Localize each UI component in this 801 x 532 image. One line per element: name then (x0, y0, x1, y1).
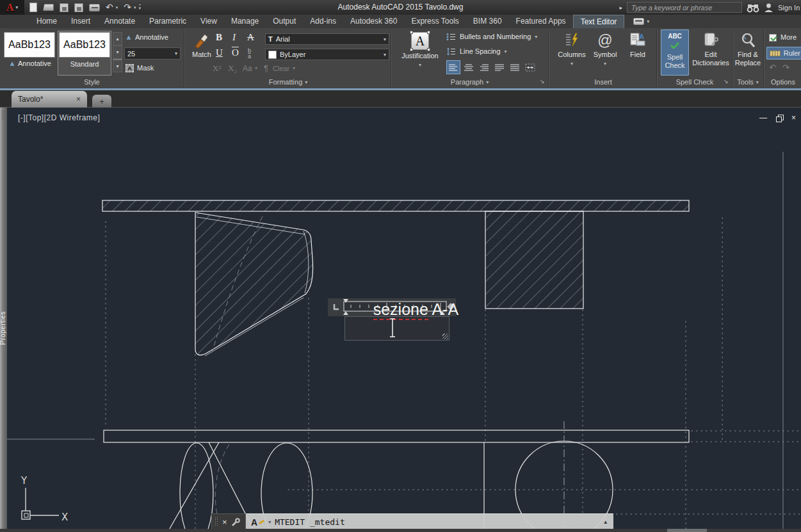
stack-button[interactable]: b a (248, 48, 251, 59)
tab-add-ins[interactable]: Add-ins (303, 15, 343, 28)
text-style-annotative-tile[interactable]: AaBb123 Annotative (4, 32, 56, 74)
close-icon[interactable]: × (791, 114, 796, 122)
mask-button[interactable]: A Mask (125, 64, 154, 72)
panel-label-paragraph[interactable]: Paragraph▾ (392, 77, 547, 87)
ribbon-display-toggle[interactable]: ▾ (633, 15, 649, 28)
combine-paragraphs-icon[interactable]: ¶ (264, 63, 268, 73)
tab-featured-apps[interactable]: Featured Apps (509, 15, 573, 28)
text-height-combo[interactable]: 25 ▾ (124, 47, 181, 60)
tab-manage[interactable]: Manage (224, 15, 266, 28)
align-distribute-button[interactable] (508, 60, 522, 74)
command-line-window[interactable]: × A ▾ MTEDIT _mtedit ▴ (211, 513, 613, 530)
text-style-standard-tile[interactable]: AaBb123 Standard (58, 31, 111, 76)
spell-check-button[interactable]: ABC Spell Check (661, 29, 689, 76)
editor-resize-handle[interactable] (442, 334, 448, 339)
open-file-icon[interactable] (43, 4, 54, 11)
tab-view[interactable]: View (193, 15, 224, 28)
subscript-button[interactable]: X₂ (228, 63, 237, 74)
change-case-button[interactable]: Aa (243, 64, 252, 73)
annotative-toggle-button[interactable]: Annotative (125, 33, 168, 42)
drag-grip[interactable] (214, 517, 219, 527)
overline-button[interactable]: O (232, 47, 239, 58)
find-replace-button[interactable]: A Find & Replace (734, 29, 762, 67)
align-justify-button[interactable] (492, 60, 506, 74)
tab-stop-icon[interactable] (334, 304, 339, 309)
tab-bim-360[interactable]: BIM 360 (466, 15, 509, 28)
ruler-button[interactable]: Ruler (766, 47, 801, 60)
search-input[interactable] (627, 2, 742, 13)
redo-icon[interactable]: ↷ (782, 63, 789, 72)
italic-button[interactable]: I (232, 32, 236, 43)
command-input[interactable]: A ▾ MTEDIT _mtedit ▴ (246, 513, 613, 530)
tab-annotate[interactable]: Annotate (97, 15, 142, 28)
clear-formatting-button[interactable]: Clear (273, 65, 289, 72)
symbol-button[interactable]: @ Symbol ▾ (590, 29, 620, 67)
paragraph-width-button[interactable] (523, 60, 537, 74)
panel-label-formatting[interactable]: Formatting▾ (186, 77, 391, 87)
redo-icon[interactable]: ↷ (124, 1, 131, 13)
edit-dictionaries-button[interactable]: Edit Dictionaries (692, 29, 730, 67)
align-center-button[interactable] (462, 60, 476, 74)
save-as-icon[interactable] (74, 3, 83, 12)
font-combo[interactable]: T Arial ▾ (265, 33, 389, 45)
bold-button[interactable]: B (216, 32, 222, 43)
panel-label-tools[interactable]: Tools▾ (734, 77, 762, 87)
align-right-button[interactable] (477, 60, 491, 74)
more-button[interactable]: More (769, 33, 797, 42)
new-file-icon[interactable] (29, 3, 37, 12)
redo-dropdown-icon[interactable]: ▾ (134, 5, 136, 10)
chevron-down-icon[interactable]: ▾ (268, 519, 271, 525)
tab-autodesk-360[interactable]: Autodesk 360 (343, 15, 404, 28)
application-menu-button[interactable]: A ▾ (0, 0, 24, 15)
undo-dropdown-icon[interactable]: ▾ (116, 5, 118, 10)
scroll-up-icon[interactable]: ▴ (113, 32, 122, 45)
undo-icon[interactable]: ↶ (106, 1, 113, 13)
paragraph-dialog-launcher-icon[interactable]: ↘ (540, 78, 545, 85)
gallery-expand-icon[interactable]: ▾ (113, 59, 122, 72)
columns-button[interactable]: Columns ▾ (557, 29, 587, 67)
plot-icon[interactable] (89, 4, 100, 12)
palette-grip[interactable] (1, 110, 6, 119)
chevron-down-icon[interactable]: ▾ (293, 65, 295, 71)
underline-button[interactable]: U (216, 47, 223, 58)
panel-label-insert[interactable]: Insert (551, 77, 656, 87)
search-binoculars-icon[interactable] (747, 3, 759, 13)
close-icon[interactable]: × (76, 95, 81, 104)
tab-express-tools[interactable]: Express Tools (404, 15, 465, 28)
panel-label-options[interactable]: Options (765, 77, 801, 87)
chevron-down-icon[interactable]: ▾ (255, 65, 257, 71)
sign-in-link[interactable]: Sign In (778, 4, 800, 12)
file-tab-tavolo[interactable]: Tavolo* × (12, 91, 87, 108)
save-icon[interactable] (60, 3, 69, 12)
panel-label-style[interactable]: Style (0, 77, 184, 87)
superscript-button[interactable]: X² (213, 63, 221, 74)
strikethrough-button[interactable]: A (247, 32, 254, 43)
tab-text-editor[interactable]: Text Editor (573, 15, 625, 28)
drawing-canvas[interactable]: Y X Properties [-][Top][2D Wireframe] — … (0, 108, 801, 532)
properties-palette-bar[interactable]: Properties (0, 108, 7, 532)
command-history-icon[interactable]: ▴ (604, 519, 607, 525)
justification-button[interactable]: A Justification ▾ (397, 29, 443, 68)
spell-check-dialog-launcher-icon[interactable]: ↘ (724, 78, 729, 85)
mtext-editor[interactable]: sezione A-A (344, 316, 449, 341)
align-left-button[interactable] (446, 60, 460, 74)
undo-icon[interactable]: ↶ (769, 63, 776, 72)
color-combo[interactable]: ByLayer ▾ (265, 49, 389, 60)
tab-insert[interactable]: Insert (64, 15, 97, 28)
tab-home[interactable]: Home (29, 15, 64, 28)
field-button[interactable]: A Field (625, 29, 651, 59)
scroll-down-icon[interactable]: ▾ (113, 45, 122, 59)
match-button[interactable]: Match (188, 29, 215, 59)
viewport-controls[interactable]: [-][Top][2D Wireframe] (18, 113, 100, 122)
new-drawing-tab-button[interactable]: + (92, 95, 111, 108)
customize-wrench-icon[interactable] (231, 517, 240, 527)
tab-parametric[interactable]: Parametric (142, 15, 193, 28)
tab-output[interactable]: Output (266, 15, 303, 28)
panel-label-spell-check[interactable]: Spell Check (658, 77, 731, 87)
bullets-numbering-button[interactable]: Bullets and Numbering ▾ (446, 33, 537, 41)
restore-icon[interactable] (776, 115, 782, 121)
infocenter-collapse-icon[interactable]: ▸ (619, 4, 622, 11)
mtext-rest[interactable]: A-A (428, 300, 458, 318)
user-icon[interactable] (764, 3, 773, 13)
minimize-icon[interactable]: — (759, 114, 767, 122)
